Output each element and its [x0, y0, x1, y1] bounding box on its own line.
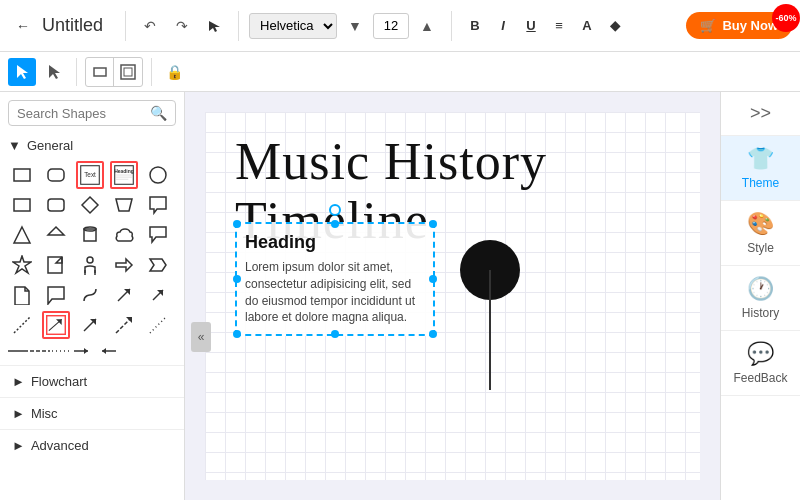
svg-marker-29	[116, 259, 132, 271]
divider-1	[125, 11, 126, 41]
svg-text:Heading: Heading	[114, 168, 134, 174]
shape-person[interactable]	[76, 251, 104, 279]
svg-marker-18	[82, 197, 98, 213]
undo-button[interactable]: ↶	[136, 12, 164, 40]
shape-line-dashed[interactable]	[110, 311, 138, 339]
shape-rectangle[interactable]	[8, 161, 36, 189]
expand-icon: >>	[750, 103, 771, 124]
bold-button[interactable]: B	[462, 13, 488, 39]
theme-label: Theme	[742, 176, 779, 190]
divider-3	[451, 11, 452, 41]
general-label: General	[27, 138, 73, 153]
underline-button[interactable]: U	[518, 13, 544, 39]
shape-right-triangle[interactable]	[42, 221, 70, 249]
redo-button[interactable]: ↷	[168, 12, 196, 40]
shape-line-arrow[interactable]	[42, 311, 70, 339]
shape-s-curve[interactable]	[76, 281, 104, 309]
panel-expand-button[interactable]: >>	[721, 92, 800, 136]
buy-now-button[interactable]: 🛒 Buy Now -60%	[686, 12, 792, 39]
style-panel-item[interactable]: 🎨 Style	[721, 201, 800, 266]
shape-parallelogram[interactable]	[110, 191, 138, 219]
shape-circle[interactable]	[144, 161, 172, 189]
general-section-header[interactable]: ▼ General	[0, 134, 184, 157]
svg-marker-2	[49, 65, 60, 79]
handle-top-center	[331, 220, 339, 228]
svg-marker-50	[102, 348, 106, 354]
handle-top-left	[233, 220, 241, 228]
rotate-handle[interactable]	[329, 204, 341, 216]
divider-tb2-2	[151, 58, 152, 86]
handle-middle-right	[429, 275, 437, 283]
shape-rect-with-fold[interactable]	[42, 251, 70, 279]
handle-bottom-right	[429, 330, 437, 338]
shape-diamond[interactable]	[76, 191, 104, 219]
shape-rounded-rect[interactable]	[42, 161, 70, 189]
feedback-icon: 💬	[747, 341, 774, 367]
theme-icon: 👕	[747, 146, 774, 172]
font-family-select[interactable]: Helvetica	[249, 13, 337, 39]
font-size-up-button[interactable]: ▲	[413, 12, 441, 40]
shape-star[interactable]	[8, 251, 36, 279]
shape-diagonal-arrow[interactable]	[110, 281, 138, 309]
shape-speech-bubble[interactable]	[144, 221, 172, 249]
shape-arrow-up-right[interactable]	[144, 281, 172, 309]
flowchart-section[interactable]: ► Flowchart	[0, 365, 184, 397]
collapse-panel-button[interactable]: «	[191, 322, 211, 352]
shape-cylinder[interactable]	[76, 221, 104, 249]
frame-tool-button[interactable]	[114, 58, 142, 86]
canvas-area[interactable]: « Music History Timeline Heading Lorem i	[185, 92, 720, 500]
pointer-tool-button[interactable]	[200, 12, 228, 40]
history-panel-item[interactable]: 🕐 History	[721, 266, 800, 331]
svg-rect-16	[14, 199, 30, 211]
lock-button[interactable]: 🔒	[160, 58, 188, 86]
align-button[interactable]: ≡	[546, 13, 572, 39]
back-icon: ←	[16, 18, 30, 34]
svg-text:Text: Text	[84, 171, 96, 178]
shape-page[interactable]	[8, 281, 36, 309]
heading-body[interactable]: Lorem ipsum dolor sit amet, consectetur …	[245, 259, 425, 326]
rectangle-tool-button[interactable]	[86, 58, 114, 86]
shape-cloud[interactable]	[110, 221, 138, 249]
font-size-down-button[interactable]: ▼	[341, 12, 369, 40]
shape-rounded2[interactable]	[42, 191, 70, 219]
search-shapes-input[interactable]	[17, 106, 146, 121]
highlight-button[interactable]: ◆	[602, 13, 628, 39]
advanced-section[interactable]: ► Advanced	[0, 429, 184, 461]
shape-heading[interactable]: Heading	[110, 161, 138, 189]
shape-line-dots[interactable]	[8, 311, 36, 339]
flowchart-label: Flowchart	[31, 374, 87, 389]
font-color-button[interactable]: A	[574, 13, 600, 39]
select-tool-button[interactable]	[8, 58, 36, 86]
handle-bottom-center	[331, 330, 339, 338]
heading-box[interactable]: Heading Lorem ipsum dolor sit amet, cons…	[235, 222, 435, 336]
shape-line-dotted[interactable]	[144, 311, 172, 339]
shape-arrow-right[interactable]	[110, 251, 138, 279]
shape-rect2[interactable]	[8, 191, 36, 219]
shape-chevron[interactable]	[144, 251, 172, 279]
back-button[interactable]: ←	[8, 14, 38, 38]
theme-panel-item[interactable]: 👕 Theme	[721, 136, 800, 201]
misc-section[interactable]: ► Misc	[0, 397, 184, 429]
shape-triangle[interactable]	[8, 221, 36, 249]
svg-marker-21	[48, 227, 64, 235]
divider-tb2	[76, 58, 77, 86]
svg-point-15	[150, 167, 166, 183]
font-size-input[interactable]	[373, 13, 409, 39]
canvas[interactable]: « Music History Timeline Heading Lorem i	[205, 112, 700, 480]
italic-button[interactable]: I	[490, 13, 516, 39]
shape-text[interactable]: Text	[76, 161, 104, 189]
format-buttons: B I U ≡ A ◆	[462, 13, 628, 39]
shape-chat-bubble[interactable]	[42, 281, 70, 309]
feedback-panel-item[interactable]: 💬 FeedBack	[721, 331, 800, 396]
shape-callout[interactable]	[144, 191, 172, 219]
advanced-chevron-icon: ►	[12, 438, 25, 453]
heading-title[interactable]: Heading	[245, 232, 425, 253]
divider-2	[238, 11, 239, 41]
search-shapes-box[interactable]: 🔍	[8, 100, 176, 126]
view-toggle-group	[85, 57, 143, 87]
shape-line-simple[interactable]	[76, 311, 104, 339]
svg-rect-4	[121, 65, 135, 79]
svg-rect-17	[48, 199, 64, 211]
move-tool-button[interactable]	[40, 58, 68, 86]
timeline-line	[489, 270, 491, 390]
